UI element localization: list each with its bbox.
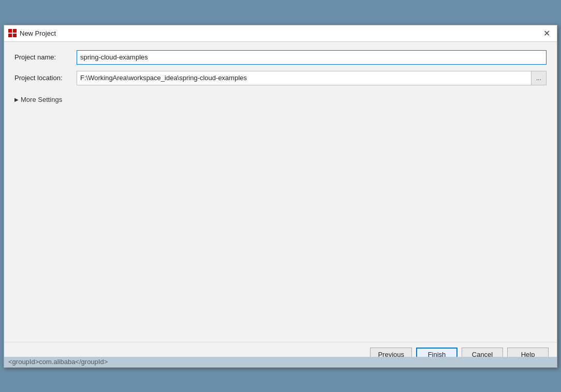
browse-button[interactable]: ... [531, 71, 547, 85]
project-name-input[interactable] [77, 50, 547, 65]
bg-hint-text: <groupId>com.alibaba</groupId> [8, 358, 108, 366]
project-location-row: Project location: ... [14, 71, 547, 85]
project-location-input[interactable] [77, 71, 531, 85]
location-input-group: ... [77, 71, 547, 85]
more-settings-label: More Settings [21, 96, 62, 103]
dialog-title: New Project [20, 29, 56, 37]
svg-rect-0 [8, 29, 12, 33]
title-bar: New Project ✕ [4, 25, 557, 42]
dialog-body: Project name: Project location: ... ▶ Mo… [4, 42, 557, 342]
project-name-label: Project name: [14, 53, 77, 61]
background-hint: <groupId>com.alibaba</groupId> [4, 357, 557, 367]
project-name-row: Project name: [14, 50, 547, 65]
close-button[interactable]: ✕ [540, 27, 553, 39]
new-project-dialog: New Project ✕ Project name: Project loca… [4, 25, 557, 368]
more-settings-arrow-icon: ▶ [14, 97, 19, 102]
svg-rect-1 [13, 29, 17, 33]
svg-rect-3 [13, 34, 17, 37]
app-icon [8, 29, 17, 37]
more-settings-expander[interactable]: ▶ More Settings [14, 92, 547, 108]
svg-rect-2 [8, 34, 12, 37]
project-location-label: Project location: [14, 74, 77, 82]
